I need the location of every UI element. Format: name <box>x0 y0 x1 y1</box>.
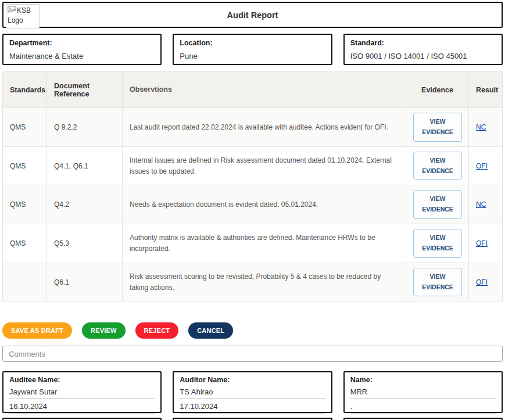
cell-doc-reference: Q 9.2.2 <box>47 108 123 147</box>
clipped-box <box>343 418 503 420</box>
auditor-name-label: Auditor Name: <box>180 376 325 384</box>
auditee-name-input[interactable] <box>9 386 155 399</box>
standard-label: Standard: <box>350 39 496 47</box>
clipped-box <box>2 418 162 420</box>
info-fields-row: Department: Maintenance & Estate Locatio… <box>2 34 503 65</box>
cell-result: NC <box>469 108 503 147</box>
cell-evidence: VIEW EVIDENCE <box>406 146 469 185</box>
location-field: Location: Pune <box>173 34 332 65</box>
view-evidence-button[interactable]: VIEW EVIDENCE <box>413 113 462 142</box>
name-date-input[interactable] <box>350 401 496 414</box>
cell-doc-reference: Q5.3 <box>47 224 123 263</box>
clipped-bottom-row <box>2 418 503 420</box>
auditor-signature-box: Auditor Name: <box>173 371 332 413</box>
save-as-draft-button[interactable]: SAVE AS DRAFT <box>2 322 72 339</box>
column-header-observations: Observtions <box>123 72 406 108</box>
result-link[interactable]: OFI <box>476 239 488 247</box>
department-field: Department: Maintenance & Estate <box>2 34 162 65</box>
cell-observation: Risk assessment scoring to be revisited,… <box>123 263 406 301</box>
table-row: QMS Q4.2 Needs & expectation document is… <box>3 185 503 224</box>
cell-evidence: VIEW EVIDENCE <box>406 224 469 263</box>
cell-standard: QMS <box>3 108 47 147</box>
table-header-row: Standards Document Reference Observtions… <box>3 72 503 108</box>
cell-standard: QMS <box>3 146 47 185</box>
column-header-document-reference: Document Reference <box>47 72 123 108</box>
cell-evidence: VIEW EVIDENCE <box>406 263 469 301</box>
action-buttons-row: SAVE AS DRAFT REVIEW REJECT CANCEL <box>2 322 503 339</box>
view-evidence-button[interactable]: VIEW EVIDENCE <box>413 268 462 297</box>
cancel-button[interactable]: CANCEL <box>188 322 233 339</box>
department-label: Department: <box>9 39 155 47</box>
auditee-signature-box: Auditee Name: <box>2 371 162 413</box>
broken-logo-image: KSB Logo <box>6 4 40 28</box>
cell-standard: QMS <box>3 224 47 263</box>
location-label: Location: <box>180 39 325 47</box>
auditor-name-input[interactable] <box>180 386 325 399</box>
column-header-result: Result <box>469 72 503 108</box>
cell-evidence: VIEW EVIDENCE <box>406 108 469 147</box>
result-link[interactable]: OFI <box>476 162 488 170</box>
audit-observations-table: Standards Document Reference Observtions… <box>2 71 503 301</box>
standard-field: Standard: ISO 9001 / ISO 14001 / ISO 450… <box>343 34 503 65</box>
cell-doc-reference: Q6.1 <box>47 263 123 301</box>
column-header-evidence: Evidence <box>406 72 469 108</box>
standard-value: ISO 9001 / ISO 14001 / ISO 45001 <box>350 52 496 60</box>
cell-result: NC <box>469 185 503 224</box>
reject-button[interactable]: REJECT <box>135 322 179 339</box>
cell-evidence: VIEW EVIDENCE <box>406 185 469 224</box>
cell-observation: Last audit report dated 22.02.2024 is av… <box>123 108 406 147</box>
cell-standard <box>3 263 47 301</box>
department-value: Maintenance & Estate <box>9 52 155 60</box>
cell-observation: Internal issues are defined in Risk asse… <box>123 146 406 185</box>
review-button[interactable]: REVIEW <box>82 322 126 339</box>
cell-observation: Needs & expectation document is evident … <box>123 185 406 224</box>
result-link[interactable]: NC <box>476 200 486 209</box>
cell-observation: Authority matrix is available & authorit… <box>123 224 406 263</box>
cell-standard: QMS <box>3 185 47 224</box>
cell-result: OFI <box>469 224 503 263</box>
view-evidence-button[interactable]: VIEW EVIDENCE <box>413 190 462 219</box>
result-link[interactable]: OFI <box>476 278 488 286</box>
table-row: QMS Q4.1, Q6.1 Internal issues are defin… <box>3 146 503 185</box>
view-evidence-button[interactable]: VIEW EVIDENCE <box>413 152 462 181</box>
cell-result: OFI <box>469 263 503 301</box>
signatures-row: Auditee Name: Auditor Name: Name: <box>2 371 503 413</box>
location-value: Pune <box>180 52 325 60</box>
auditee-date-input[interactable] <box>9 401 155 414</box>
cell-doc-reference: Q4.1, Q6.1 <box>47 146 123 185</box>
audit-report-page: Audit Report KSB Logo Department: Mainte… <box>2 2 503 420</box>
broken-image-icon <box>8 6 16 14</box>
view-evidence-button[interactable]: VIEW EVIDENCE <box>413 229 462 258</box>
table-row: QMS Q5.3 Authority matrix is available &… <box>3 224 503 263</box>
name-label: Name: <box>350 376 496 384</box>
name-signature-box: Name: <box>343 371 503 413</box>
page-title: Audit Report <box>3 3 502 27</box>
report-header: Audit Report KSB Logo <box>2 2 503 28</box>
table-row: QMS Q 9.2.2 Last audit report dated 22.0… <box>3 108 503 147</box>
column-header-standards: Standards <box>3 72 47 108</box>
auditee-name-label: Auditee Name: <box>9 376 155 384</box>
table-row: Q6.1 Risk assessment scoring to be revis… <box>3 263 503 301</box>
cell-result: OFI <box>469 146 503 185</box>
auditor-date-input[interactable] <box>180 401 325 414</box>
comments-input[interactable] <box>2 346 503 362</box>
cell-doc-reference: Q4.2 <box>47 185 123 224</box>
result-link[interactable]: NC <box>476 123 486 131</box>
clipped-box <box>173 418 332 420</box>
name-input[interactable] <box>350 386 496 399</box>
